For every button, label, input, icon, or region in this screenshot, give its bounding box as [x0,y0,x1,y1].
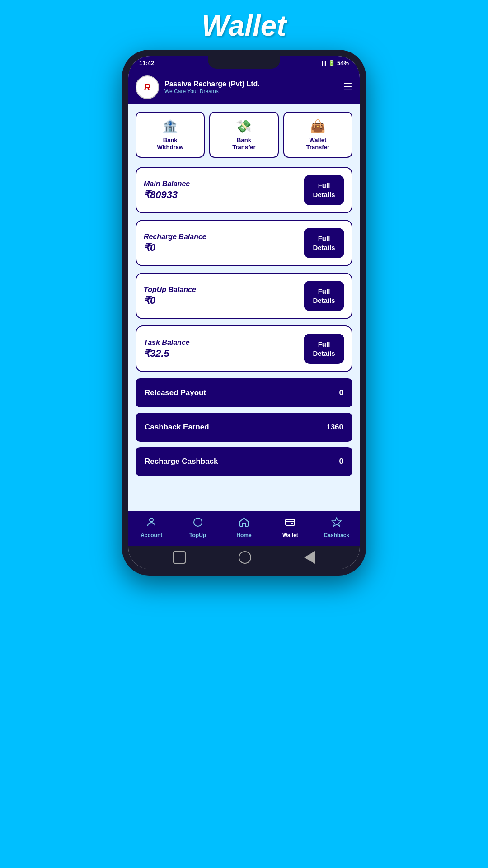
cashback-earned-label: Cashback Earned [145,423,209,432]
recharge-balance-info: Recharge Balance ₹0 [144,233,206,254]
account-nav-icon [146,517,157,530]
action-buttons-row: 🏦 BankWithdraw 💸 BankTransfer 👜 WalletTr… [136,112,352,158]
nav-account[interactable]: Account [128,517,174,538]
menu-icon[interactable]: ☰ [343,81,352,93]
cashback-nav-label: Cashback [324,532,349,538]
cashback-earned-row[interactable]: Cashback Earned 1360 [136,413,352,442]
svg-marker-4 [332,518,341,526]
home-button[interactable] [239,551,251,564]
topup-nav-icon [192,517,203,530]
header-text: Passive Recharge (Pvt) Ltd. We Care Your… [164,80,338,94]
notch [208,56,280,69]
status-bar: 11:42 ||| 🔋 54% [128,56,360,70]
main-balance-card: Main Balance ₹80933 FullDetails [136,167,352,213]
wallet-transfer-button[interactable]: 👜 WalletTransfer [283,112,352,158]
recharge-cashback-value: 0 [339,457,343,466]
topup-balance-info: TopUp Balance ₹0 [144,286,196,307]
account-nav-label: Account [141,532,162,538]
nav-cashback[interactable]: Cashback [314,517,360,538]
wallet-nav-label: Wallet [282,532,298,538]
wallet-transfer-label: WalletTransfer [306,137,329,151]
task-balance-label: Task Balance [144,339,190,347]
topup-nav-label: TopUp [189,532,206,538]
home-nav-label: Home [236,532,251,538]
svg-point-0 [150,518,153,522]
bank-transfer-icon: 💸 [236,119,252,134]
recent-apps-button[interactable] [173,551,186,564]
app-logo: R [136,75,159,99]
topup-balance-label: TopUp Balance [144,286,196,294]
app-header: R Passive Recharge (Pvt) Ltd. We Care Yo… [128,70,360,104]
recharge-balance-label: Recharge Balance [144,233,206,241]
task-balance-card: Task Balance ₹32.5 FullDetails [136,326,352,372]
main-content: 🏦 BankWithdraw 💸 BankTransfer 👜 WalletTr… [128,104,360,511]
nav-topup[interactable]: TopUp [174,517,221,538]
nav-wallet[interactable]: Wallet [267,517,313,538]
main-balance-label: Main Balance [144,180,190,188]
wallet-nav-icon [285,517,296,530]
nav-home[interactable]: Home [221,517,267,538]
main-balance-info: Main Balance ₹80933 [144,180,190,201]
released-payout-row[interactable]: Released Payout 0 [136,378,352,407]
bank-withdraw-label: BankWithdraw [157,137,183,151]
time-display: 11:42 [139,60,154,66]
recharge-balance-details-button[interactable]: FullDetails [304,228,344,258]
wallet-transfer-icon: 👜 [310,119,326,134]
topup-balance-value: ₹0 [144,295,196,307]
main-balance-value: ₹80933 [144,189,190,201]
task-balance-value: ₹32.5 [144,348,190,359]
task-balance-info: Task Balance ₹32.5 [144,339,190,359]
recharge-balance-value: ₹0 [144,242,206,254]
cashback-earned-value: 1360 [326,423,343,432]
task-balance-details-button[interactable]: FullDetails [304,334,344,364]
cashback-nav-icon [331,517,342,530]
phone-frame: 11:42 ||| 🔋 54% R Passive Recharge (Pvt)… [122,50,366,576]
main-balance-details-button[interactable]: FullDetails [304,175,344,205]
recharge-cashback-label: Recharge Cashback [145,457,218,466]
recharge-cashback-row[interactable]: Recharge Cashback 0 [136,447,352,476]
app-name: Passive Recharge (Pvt) Ltd. [164,80,338,88]
svg-rect-3 [291,523,293,524]
battery-signal: ||| 🔋 54% [322,60,349,66]
bottom-nav: Account TopUp Home [128,511,360,546]
svg-rect-2 [286,519,295,525]
released-payout-label: Released Payout [145,388,206,397]
svg-point-1 [194,518,202,526]
app-tagline: We Care Your Dreams [164,88,338,94]
home-nav-icon [239,517,249,530]
topup-balance-details-button[interactable]: FullDetails [304,281,344,311]
bank-withdraw-button[interactable]: 🏦 BankWithdraw [136,112,205,158]
topup-balance-card: TopUp Balance ₹0 FullDetails [136,273,352,319]
system-bar [128,546,360,569]
phone-screen: 11:42 ||| 🔋 54% R Passive Recharge (Pvt)… [128,56,360,569]
bank-withdraw-icon: 🏦 [162,119,178,134]
back-button[interactable] [304,551,315,564]
page-title: Wallet [202,9,286,42]
recharge-balance-card: Recharge Balance ₹0 FullDetails [136,220,352,266]
released-payout-value: 0 [339,388,343,397]
bank-transfer-label: BankTransfer [232,137,255,151]
bank-transfer-button[interactable]: 💸 BankTransfer [209,112,278,158]
